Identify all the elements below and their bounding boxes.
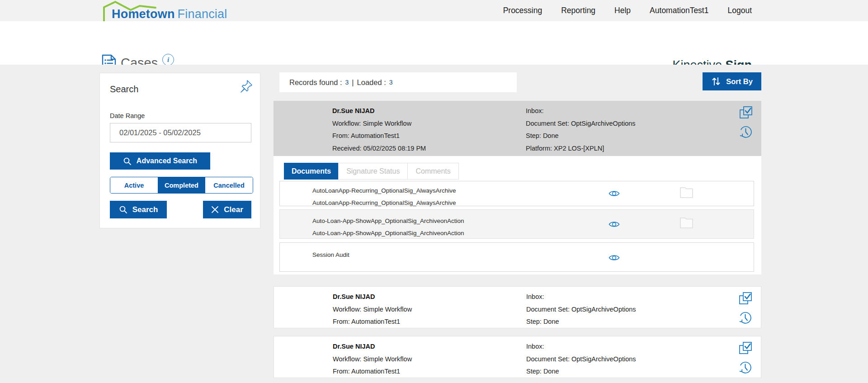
search-button-label: Search [132, 205, 158, 214]
content-area: Search Date Range Advanced Search Active… [0, 65, 868, 383]
sort-arrows-icon [711, 76, 721, 86]
document-line-2: Auto-Loan-App-ShowApp_OptionalSig_Archiv… [312, 227, 464, 239]
sort-by-button[interactable]: Sort By [703, 72, 761, 90]
results-divider: | [352, 78, 354, 87]
case-2-right-column: Inbox: Document Set: OptSigArchiveOption… [526, 291, 636, 328]
nav-item-reporting[interactable]: Reporting [561, 6, 595, 15]
tab-signature-status[interactable]: Signature Status [338, 163, 408, 180]
logo-brand-bold: Hometown [112, 7, 175, 21]
case-name: Dr.Sue NIJAD [333, 340, 412, 353]
view-document-icon[interactable] [609, 220, 620, 230]
nav-item-help[interactable]: Help [614, 6, 631, 15]
case-card-2[interactable]: Dr.Sue NIJAD Workflow: Simple Workflow F… [274, 286, 761, 328]
case-document-set: Document Set: OptSigArchiveOptions [526, 303, 636, 316]
document-names: Auto-Loan-App-ShowApp_OptionalSig_Archiv… [312, 215, 464, 239]
advanced-search-label: Advanced Search [137, 157, 197, 165]
case-detail-tabs: Documents Signature Status Comments [284, 163, 459, 180]
filter-active[interactable]: Active [110, 177, 158, 193]
nav-item-processing[interactable]: Processing [503, 6, 542, 15]
case-inbox: Inbox: [526, 340, 636, 353]
select-case-icon[interactable] [739, 105, 753, 121]
case-platform: Platform: XP2 LOS-[XPLN] [526, 142, 636, 155]
case-2-left-column: Dr.Sue NIJAD Workflow: Simple Workflow F… [333, 291, 412, 328]
filter-completed[interactable]: Completed [158, 177, 205, 193]
document-line-2: AutoLoanApp-Recurring_OptionalSig_Always… [312, 197, 456, 209]
view-document-icon[interactable] [609, 254, 620, 263]
case-from: From: AutomationTest1 [333, 316, 412, 328]
case-from: From: AutomationTest1 [332, 130, 426, 142]
case-document-set: Document Set: OptSigArchiveOptions [526, 118, 636, 130]
case-inbox: Inbox: [526, 291, 636, 303]
search-icon [123, 157, 132, 165]
search-panel: Search Date Range Advanced Search Active… [99, 73, 260, 228]
loaded-count: 3 [389, 79, 393, 86]
history-icon[interactable] [739, 125, 753, 140]
case-workflow: Workflow: Simple Workflow [333, 353, 412, 366]
tab-documents[interactable]: Documents [284, 163, 339, 180]
pin-icon[interactable] [238, 79, 254, 94]
document-names: Session Audit [312, 249, 349, 261]
view-document-icon[interactable] [609, 189, 620, 199]
case-1-left-column: Dr.Sue NIJAD Workflow: Simple Workflow F… [332, 105, 426, 155]
logo-text: HometownFinancial [112, 7, 227, 21]
case-document-set: Document Set: OptSigArchiveOptions [526, 353, 636, 366]
date-range-input[interactable] [110, 123, 251, 142]
case-1-header[interactable]: Dr.Sue NIJAD Workflow: Simple Workflow F… [274, 101, 761, 156]
select-case-icon[interactable] [738, 341, 753, 357]
nav-item-user[interactable]: AutomationTest1 [650, 6, 708, 15]
case-received: Received: 05/02/2025 08:19 PM [332, 142, 426, 155]
page-header: Cases i Kinective Sign [0, 21, 868, 65]
advanced-search-button[interactable]: Advanced Search [110, 152, 210, 170]
folder-icon[interactable] [679, 217, 693, 230]
top-nav-bar: HometownFinancial Processing Reporting H… [0, 0, 868, 21]
case-card-1: Dr.Sue NIJAD Workflow: Simple Workflow F… [274, 101, 761, 274]
case-workflow: Workflow: Simple Workflow [333, 303, 412, 316]
document-line-1: Session Audit [312, 249, 349, 261]
date-range-label: Date Range [110, 112, 145, 119]
case-1-right-column: Inbox: Document Set: OptSigArchiveOption… [526, 105, 636, 155]
document-line-1: Auto-Loan-App-ShowApp_OptionalSig_Archiv… [312, 215, 464, 227]
search-panel-title: Search [110, 84, 138, 95]
document-row: Session Audit [279, 242, 754, 272]
case-from: From: AutomationTest1 [333, 365, 412, 378]
case-3-right-column: Inbox: Document Set: OptSigArchiveOption… [526, 340, 636, 378]
sort-by-label: Sort By [726, 77, 753, 86]
close-icon [211, 206, 219, 213]
history-icon[interactable] [738, 360, 752, 376]
search-button[interactable]: Search [110, 201, 167, 218]
select-case-icon[interactable] [738, 291, 753, 307]
logo-brand-light: Financial [178, 7, 227, 21]
records-found-label: Records found : [289, 78, 342, 87]
case-1-detail-panel: Documents Signature Status Comments Auto… [274, 156, 761, 274]
clear-button-label: Clear [224, 205, 243, 214]
nav-item-logout[interactable]: Logout [727, 6, 752, 15]
document-names: AutoLoanApp-Recurring_OptionalSig_Always… [312, 184, 456, 209]
history-icon[interactable] [738, 311, 752, 326]
info-icon[interactable]: i [162, 54, 174, 66]
status-filter-group: Active Completed Cancelled [110, 177, 253, 194]
loaded-label: Loaded : [357, 78, 386, 87]
nav-menu: Processing Reporting Help AutomationTest… [503, 0, 752, 21]
document-line-1: AutoLoanApp-Recurring_OptionalSig_Always… [312, 184, 456, 197]
case-inbox: Inbox: [526, 105, 636, 118]
case-workflow: Workflow: Simple Workflow [332, 118, 426, 130]
document-row: Auto-Loan-App-ShowApp_OptionalSig_Archiv… [279, 209, 754, 239]
tab-comments[interactable]: Comments [407, 163, 458, 180]
case-step: Step: Done [526, 130, 636, 142]
filter-cancelled[interactable]: Cancelled [205, 177, 253, 193]
case-1-actions [739, 105, 755, 144]
case-step: Step: Done [526, 365, 636, 378]
case-name: Dr.Sue NIJAD [333, 291, 412, 303]
folder-icon[interactable] [679, 186, 693, 200]
records-found-count: 3 [345, 79, 349, 86]
case-3-actions [738, 341, 755, 379]
case-card-3[interactable]: Dr.Sue NIJAD Workflow: Simple Workflow F… [274, 336, 761, 378]
document-row: AutoLoanApp-Recurring_OptionalSig_Always… [279, 181, 754, 206]
case-name: Dr.Sue NIJAD [332, 105, 426, 118]
clear-button[interactable]: Clear [203, 201, 251, 218]
results-bar: Records found : 3 | Loaded : 3 [279, 72, 517, 92]
case-3-left-column: Dr.Sue NIJAD Workflow: Simple Workflow F… [333, 340, 412, 378]
case-step: Step: Done [526, 316, 636, 328]
app-root: HometownFinancial Processing Reporting H… [0, 0, 868, 383]
search-icon [119, 205, 127, 214]
